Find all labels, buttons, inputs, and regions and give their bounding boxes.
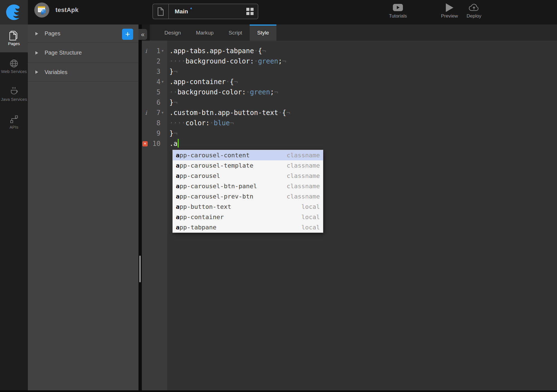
panel-section-variables[interactable]: Variables — [28, 63, 138, 82]
panel-section-pages[interactable]: Pages+ — [28, 24, 138, 43]
sidebar-item-label: Pages — [8, 41, 20, 46]
suggestion-meta: local — [301, 212, 320, 222]
cloud-upload-icon — [469, 3, 479, 12]
sidebar-item-web-services[interactable]: Web Services — [0, 52, 28, 80]
suggestion-label: app-carousel-prev-btn — [176, 191, 253, 202]
panel-section-page-structure[interactable]: Page Structure — [28, 43, 138, 63]
code-line: }¬ — [167, 67, 557, 77]
gutter-row[interactable]: i1▾ — [142, 46, 167, 56]
pages-grid-icon[interactable] — [246, 8, 254, 15]
page-tab-label: Main — [175, 8, 188, 15]
suggestion-item[interactable]: app-containerlocal — [173, 212, 323, 222]
youtube-icon — [393, 3, 403, 12]
suggestion-item[interactable]: app-carousel-contentclassname — [173, 150, 323, 160]
gutter-row[interactable]: 8 — [142, 118, 167, 128]
text-cursor — [178, 139, 179, 148]
line-number: 2 — [142, 56, 160, 67]
gutter-row[interactable]: 9 — [142, 128, 167, 139]
suggestion-label: app-carousel — [176, 171, 220, 181]
code-line: ····color:·blue¬ — [167, 118, 557, 128]
gutter-row[interactable]: 5 — [142, 87, 167, 97]
line-number: 6 — [142, 97, 160, 108]
tutorials-button[interactable]: Tutorials — [384, 3, 412, 19]
suggestion-label: app-carousel-btn-panel — [176, 181, 257, 191]
sidebar-item-label: Web Services — [1, 69, 27, 74]
collapse-panel-button[interactable]: « — [138, 29, 147, 40]
fold-arrow-icon[interactable]: ▾ — [162, 107, 164, 118]
open-page-tab[interactable]: Main * — [152, 4, 258, 19]
line-number: 5 — [142, 87, 160, 97]
tab-markup[interactable]: Markup — [188, 24, 221, 41]
panel-splitter[interactable] — [138, 24, 142, 390]
suggestion-label: app-container — [176, 212, 224, 222]
add-page-button[interactable]: + — [122, 29, 133, 40]
suggestion-item[interactable]: app-tabpanelocal — [173, 222, 323, 232]
panel-section-label: Page Structure — [45, 50, 82, 56]
deploy-button[interactable]: Deploy — [461, 3, 487, 19]
suggestion-label: app-carousel-template — [176, 160, 253, 171]
panel-scrollbar-thumb[interactable] — [139, 256, 141, 282]
editor-gutter[interactable]: i1▾234▾56i7▾89✕10 — [142, 41, 167, 390]
page-icon — [157, 7, 164, 16]
suggestion-meta: classname — [287, 150, 320, 160]
tab-style[interactable]: Style — [250, 24, 276, 41]
autocomplete-popup: app-carousel-contentclassnameapp-carouse… — [172, 150, 323, 233]
line-number: 1 — [142, 46, 160, 56]
chevron-right-icon — [35, 51, 38, 55]
suggestion-meta: local — [301, 202, 320, 212]
sidebar-item-label: APIs — [9, 125, 18, 130]
globe-icon — [9, 59, 18, 68]
api-nodes-icon — [9, 114, 18, 124]
chevron-right-icon — [35, 70, 38, 74]
gutter-row[interactable]: 6 — [142, 97, 167, 108]
sidebar-item-apis[interactable]: APIs — [0, 108, 28, 136]
action-label: Deploy — [467, 13, 481, 19]
code-line: ····background-color:·green;¬ — [167, 56, 557, 67]
code-line: .app-tabs.app-tabpane·{¬ — [167, 46, 557, 56]
gutter-row[interactable]: 2 — [142, 56, 167, 67]
fold-arrow-icon[interactable]: ▾ — [162, 46, 164, 56]
suggestion-item[interactable]: app-button-textlocal — [173, 202, 323, 212]
gutter-row[interactable]: ✕10 — [142, 139, 167, 149]
tab-script[interactable]: Script — [221, 24, 250, 41]
gutter-row[interactable]: i7▾ — [142, 108, 167, 118]
preview-button[interactable]: Preview — [437, 3, 462, 19]
code-line: .a — [167, 139, 557, 149]
project-switcher[interactable]: testApk — [34, 0, 79, 20]
code-line: }¬ — [167, 128, 557, 139]
project-name: testApk — [55, 6, 79, 14]
line-number: 4 — [142, 77, 160, 87]
suggestion-item[interactable]: app-carousel-prev-btnclassname — [173, 191, 323, 202]
page-file-cell[interactable] — [153, 4, 169, 19]
fold-arrow-icon[interactable]: ▾ — [162, 77, 164, 87]
pages-icon — [9, 31, 18, 40]
suggestion-label: app-button-text — [176, 202, 231, 212]
sidebar-item-pages[interactable]: Pages — [0, 24, 28, 52]
pages-panel: Pages+ Page Structure Variables — [28, 24, 138, 390]
tab-design[interactable]: Design — [157, 24, 188, 41]
brand-logo-block[interactable] — [0, 0, 28, 24]
gutter-row[interactable]: 3 — [142, 67, 167, 77]
suggestion-item[interactable]: app-carousel-btn-panelclassname — [173, 181, 323, 191]
line-number: 10 — [142, 139, 160, 149]
suggestion-meta: classname — [287, 160, 320, 171]
code-line: .app-container·{¬ — [167, 77, 557, 87]
line-number: 8 — [142, 118, 160, 128]
suggestion-item[interactable]: app-carouselclassname — [173, 171, 323, 181]
gutter-row[interactable]: 4▾ — [142, 77, 167, 87]
bottom-edge-bar — [0, 390, 557, 392]
action-label: Preview — [441, 13, 458, 19]
wavemaker-logo-icon — [6, 4, 22, 20]
suggestion-meta: classname — [287, 181, 320, 191]
suggestion-item[interactable]: app-carousel-templateclassname — [173, 160, 323, 171]
project-avatar-icon — [34, 3, 49, 18]
sidebar-item-java-services[interactable]: Java Services — [0, 80, 28, 108]
left-nav-rail: Pages Web Services Java Services APIs — [0, 24, 28, 390]
panel-section-label: Pages — [45, 30, 60, 37]
suggestion-meta: local — [301, 222, 320, 232]
code-line: .custom-btn.app-button-text·{¬ — [167, 108, 557, 118]
line-number: 7 — [142, 108, 160, 118]
play-icon — [446, 3, 453, 12]
panel-section-label: Variables — [45, 69, 67, 75]
sidebar-item-label: Java Services — [1, 97, 27, 102]
